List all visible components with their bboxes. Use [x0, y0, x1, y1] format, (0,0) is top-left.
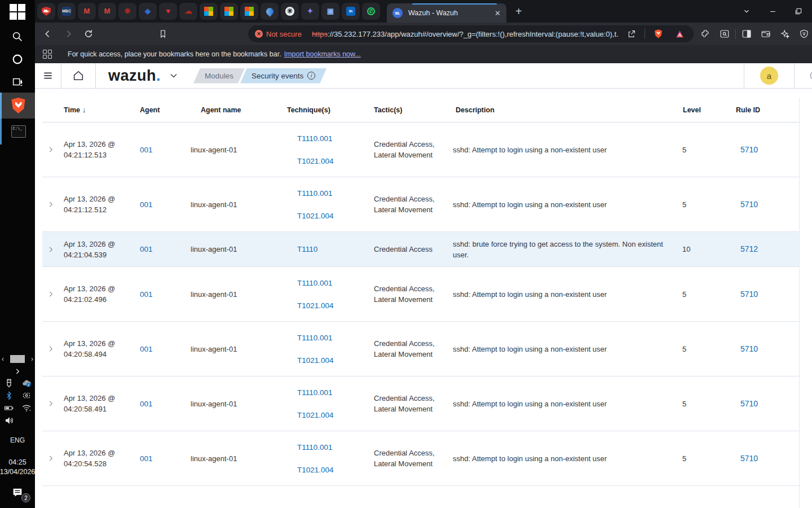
language-indicator[interactable]: ENG	[0, 435, 35, 446]
column-header-agent[interactable]: Agent	[135, 106, 186, 114]
technique-link[interactable]: T1110.001	[297, 442, 369, 453]
action-center-button[interactable]: 2	[0, 482, 35, 503]
technique-link[interactable]: T1021.004	[297, 465, 369, 475]
expand-row-button[interactable]	[47, 146, 55, 154]
rule-id-link[interactable]: 5710	[740, 454, 758, 463]
column-header-agent-name[interactable]: Agent name	[186, 106, 285, 114]
agent-id-link[interactable]: 001	[140, 200, 153, 209]
technique-link[interactable]: T1110.001	[297, 188, 369, 199]
minimize-button[interactable]	[760, 0, 785, 23]
pinned-tab[interactable]: ✳	[281, 3, 299, 20]
url-text[interactable]: https://35.232.177.233/app/wazuh#/overvi…	[312, 30, 619, 38]
brave-shields-button[interactable]	[650, 25, 667, 42]
usb-icon[interactable]	[4, 378, 14, 388]
bluetooth-icon[interactable]	[5, 391, 14, 401]
breadcrumb-modules[interactable]: Modules	[193, 68, 245, 84]
battery-icon[interactable]	[4, 403, 14, 413]
active-tab[interactable]: w. Wazuh - Wazuh ✕	[387, 3, 506, 23]
expand-row-button[interactable]	[47, 246, 55, 253]
apps-grid-icon[interactable]	[43, 50, 52, 59]
app-switcher-chevron[interactable]	[164, 63, 183, 89]
technique-link[interactable]: T1110.001	[297, 278, 369, 288]
expand-row-button[interactable]	[47, 454, 55, 462]
wallet-button[interactable]	[757, 25, 774, 42]
technique-link[interactable]: T1110.001	[297, 133, 369, 144]
agent-id-link[interactable]: 001	[140, 345, 153, 353]
technique-link[interactable]: T1110	[297, 244, 369, 255]
rule-id-link[interactable]: 5710	[740, 399, 758, 408]
pinned-tab[interactable]: M	[98, 3, 116, 20]
taskbar-terminal-button[interactable]: C:\_	[0, 119, 35, 144]
avatar[interactable]: a	[760, 67, 778, 85]
onedrive-status-icon[interactable]: i	[21, 378, 32, 388]
taskbar-scroll-thumb[interactable]	[10, 355, 25, 363]
pinned-tab[interactable]	[220, 3, 238, 20]
rule-id-link[interactable]: 5712	[740, 244, 758, 253]
show-hidden-icons-button[interactable]	[0, 366, 35, 377]
rule-id-link[interactable]: 5710	[740, 344, 758, 353]
rule-id-link[interactable]: 5710	[740, 145, 758, 154]
expand-row-button[interactable]	[47, 345, 55, 353]
agent-id-link[interactable]: 001	[140, 290, 153, 299]
pinned-tab[interactable]: MBC	[58, 3, 76, 20]
expand-row-button[interactable]	[47, 200, 55, 208]
pinned-tab[interactable]: ✦	[301, 3, 319, 20]
not-secure-indicator[interactable]: ✕ Not secure	[255, 30, 302, 38]
back-button[interactable]	[39, 25, 56, 42]
pinned-tab[interactable]	[240, 3, 258, 20]
agent-id-link[interactable]: 001	[140, 454, 153, 463]
pinned-tab[interactable]: ☁	[179, 3, 197, 20]
forward-button[interactable]	[60, 25, 77, 42]
extensions-button[interactable]	[697, 25, 714, 42]
column-header-techniques[interactable]: Technique(s)	[285, 106, 369, 114]
info-icon[interactable]: i	[307, 72, 315, 80]
agent-id-link[interactable]: 001	[140, 400, 153, 408]
technique-link[interactable]: T1021.004	[297, 156, 369, 167]
import-bookmarks-link[interactable]: Import bookmarks now...	[284, 50, 361, 58]
taskbar-search-button[interactable]	[0, 26, 35, 47]
technique-link[interactable]: T1021.004	[297, 355, 369, 366]
new-tab-button[interactable]: +	[515, 5, 522, 18]
column-header-tactics[interactable]: Tactic(s)	[369, 106, 448, 114]
expand-row-button[interactable]	[47, 400, 55, 408]
pinned-tab[interactable]	[261, 3, 279, 20]
column-header-description[interactable]: Description	[448, 106, 674, 114]
pinned-tab[interactable]: ◆	[139, 3, 157, 20]
column-header-rule-id[interactable]: Rule ID	[729, 106, 800, 114]
search-panel-button[interactable]	[716, 25, 733, 42]
cortana-button[interactable]	[0, 49, 35, 70]
tab-search-chevron-icon[interactable]	[734, 0, 760, 23]
technique-link[interactable]: T1110.001	[297, 332, 369, 343]
pinned-tab[interactable]: M	[78, 3, 96, 20]
expand-row-button[interactable]	[47, 290, 55, 298]
pinned-tab[interactable]: in	[342, 3, 360, 20]
pinned-tab[interactable]: ♥	[159, 3, 177, 20]
wazuh-menu-button[interactable]	[35, 63, 61, 89]
tab-close-icon[interactable]: ✕	[495, 9, 501, 17]
agent-id-link[interactable]: 001	[140, 146, 153, 154]
rule-id-link[interactable]: 5710	[740, 290, 758, 299]
wazuh-logo[interactable]: wazuh.	[108, 67, 161, 85]
pinned-tab[interactable]: ❧	[37, 3, 55, 20]
rule-id-link[interactable]: 5710	[740, 200, 758, 209]
pinned-tab[interactable]: ❋	[118, 3, 136, 20]
breadcrumb-security-events[interactable]: Security events i	[240, 68, 326, 84]
bookmark-this-tab-button[interactable]	[155, 25, 171, 42]
wifi-icon[interactable]: *	[21, 403, 32, 413]
pinned-tab[interactable]: ✆	[362, 3, 380, 20]
maximize-button[interactable]	[785, 0, 811, 23]
pinned-tab[interactable]	[200, 3, 218, 20]
share-button[interactable]	[623, 25, 640, 42]
agent-id-link[interactable]: 001	[140, 245, 153, 253]
task-view-button[interactable]	[0, 71, 35, 93]
start-button[interactable]	[0, 0, 35, 24]
vpn-button[interactable]	[796, 25, 812, 42]
taskbar-brave-button[interactable]	[0, 93, 35, 119]
taskbar-scroll-left-icon[interactable]: ‹	[2, 355, 4, 363]
taskbar-scrollbar[interactable]: ‹ ›	[0, 354, 35, 364]
taskbar-clock[interactable]: 04:25 13/04/2026	[0, 456, 35, 479]
speaker-icon[interactable]	[4, 415, 14, 426]
technique-link[interactable]: T1110.001	[297, 387, 369, 398]
remote-session-icon[interactable]	[21, 391, 32, 401]
column-header-time[interactable]: Time↓	[59, 106, 135, 114]
